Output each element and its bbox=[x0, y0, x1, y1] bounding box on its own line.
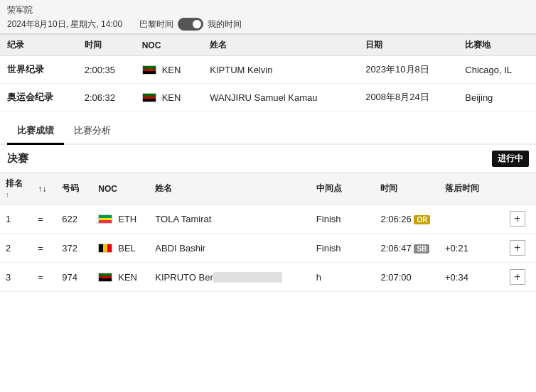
col-change: ↑↓ bbox=[32, 173, 56, 205]
col-rank: 排名 ↑ bbox=[0, 173, 32, 205]
col-bib: 号码 bbox=[56, 173, 92, 205]
results-section-header: 决赛 进行中 bbox=[0, 145, 536, 173]
col-record-date: 日期 bbox=[358, 35, 458, 56]
record-row: 世界纪录 2:00:35 KEN KIPTUM Kelvin 2023年10月8… bbox=[0, 56, 536, 84]
result-name: KIPRUTO Berxxxxxxxxxxxxxxx bbox=[149, 263, 311, 292]
results-table: 排名 ↑ ↑↓ 号码 NOC 姓名 中间点 时间 落后时间 1 = 622 ET… bbox=[0, 173, 536, 292]
result-change: = bbox=[32, 205, 56, 234]
record-name: KIPTUM Kelvin bbox=[203, 56, 358, 84]
result-split: Finish bbox=[311, 205, 375, 234]
result-behind: +0:21 bbox=[439, 234, 504, 263]
record-date: 2008年8月24日 bbox=[358, 84, 458, 111]
result-time: 2:06:47 SB bbox=[375, 234, 439, 263]
ken-flag-icon bbox=[98, 273, 112, 282]
time-toggle-container: 巴黎时间 我的时间 bbox=[139, 18, 242, 31]
live-badge: 进行中 bbox=[492, 151, 529, 167]
result-time: 2:06:26 OR bbox=[375, 205, 439, 234]
result-rank: 3 bbox=[0, 263, 32, 292]
record-type: 奥运会纪录 bbox=[0, 84, 77, 111]
result-expand[interactable]: + bbox=[504, 263, 536, 292]
col-time: 时间 bbox=[375, 173, 439, 205]
result-behind: +0:34 bbox=[439, 263, 504, 292]
eth-flag-icon bbox=[98, 214, 112, 224]
expand-button[interactable]: + bbox=[510, 240, 525, 256]
col-record-type: 纪录 bbox=[0, 35, 77, 56]
result-row: 3 = 974 KEN KIPRUTO Berxxxxxxxxxxxxxxx h… bbox=[0, 263, 536, 292]
records-table: 纪录 时间 NOC 姓名 日期 比赛地 世界纪录 2:00:35 KEN KIP… bbox=[0, 34, 536, 111]
col-behind: 落后时间 bbox=[439, 173, 504, 205]
result-time: 2:07:00 bbox=[375, 263, 439, 292]
or-badge: OR bbox=[414, 215, 430, 224]
tabs-bar: 比赛成绩 比赛分析 bbox=[0, 119, 536, 145]
paris-time-label: 巴黎时间 bbox=[139, 18, 173, 31]
tab-results[interactable]: 比赛成绩 bbox=[7, 119, 64, 145]
result-rank: 2 bbox=[0, 234, 32, 263]
col-record-venue: 比赛地 bbox=[458, 35, 536, 56]
result-bib: 622 bbox=[56, 205, 92, 234]
col-record-noc: NOC bbox=[135, 35, 203, 56]
ken-flag-icon bbox=[142, 65, 156, 75]
record-venue: Beijing bbox=[458, 84, 536, 111]
my-time-label: 我的时间 bbox=[208, 18, 242, 31]
col-record-time: 时间 bbox=[77, 35, 135, 56]
date-info: 2024年8月10日, 星期六, 14:00 bbox=[7, 18, 122, 31]
result-rank: 1 bbox=[0, 205, 32, 234]
result-expand[interactable]: + bbox=[504, 205, 536, 234]
bel-flag-icon bbox=[98, 244, 112, 253]
venue-title: 荣军院 bbox=[7, 4, 529, 16]
header-subline: 2024年8月10日, 星期六, 14:00 巴黎时间 我的时间 bbox=[7, 18, 529, 31]
result-split: h bbox=[311, 263, 375, 292]
col-noc: NOC bbox=[92, 173, 149, 205]
col-name: 姓名 bbox=[149, 173, 311, 205]
result-row: 1 = 622 ETH TOLA Tamirat Finish 2:06:26 … bbox=[0, 205, 536, 234]
record-time: 2:00:35 bbox=[77, 56, 135, 84]
result-name: ABDI Bashir bbox=[149, 234, 311, 263]
result-bib: 974 bbox=[56, 263, 92, 292]
tab-analysis[interactable]: 比赛分析 bbox=[64, 119, 121, 145]
record-noc: KEN bbox=[135, 56, 203, 84]
result-bib: 372 bbox=[56, 234, 92, 263]
result-noc: ETH bbox=[92, 205, 149, 234]
result-noc: KEN bbox=[92, 263, 149, 292]
result-name: TOLA Tamirat bbox=[149, 205, 311, 234]
result-change: = bbox=[32, 263, 56, 292]
record-time: 2:06:32 bbox=[77, 84, 135, 111]
ken-flag-icon bbox=[142, 93, 156, 102]
record-venue: Chicago, IL bbox=[458, 56, 536, 84]
result-row: 2 = 372 BEL ABDI Bashir Finish 2:06:47 S… bbox=[0, 234, 536, 263]
result-noc: BEL bbox=[92, 234, 149, 263]
result-split: Finish bbox=[311, 234, 375, 263]
record-type: 世界纪录 bbox=[0, 56, 77, 84]
result-expand[interactable]: + bbox=[504, 234, 536, 263]
col-split: 中间点 bbox=[311, 173, 375, 205]
expand-button[interactable]: + bbox=[510, 269, 525, 285]
expand-button[interactable]: + bbox=[510, 211, 525, 227]
record-date: 2023年10月8日 bbox=[358, 56, 458, 84]
record-noc: KEN bbox=[135, 84, 203, 111]
results-title: 决赛 bbox=[7, 152, 28, 165]
obscured-text: xxxxxxxxxxxxxxx bbox=[213, 272, 283, 283]
col-action bbox=[504, 173, 536, 205]
col-record-name: 姓名 bbox=[203, 35, 358, 56]
sb-badge: SB bbox=[414, 244, 429, 254]
page-header: 荣军院 2024年8月10日, 星期六, 14:00 巴黎时间 我的时间 bbox=[0, 0, 536, 34]
result-behind bbox=[439, 205, 504, 234]
record-row: 奥运会纪录 2:06:32 KEN WANJIRU Samuel Kamau 2… bbox=[0, 84, 536, 111]
result-change: = bbox=[32, 234, 56, 263]
record-name: WANJIRU Samuel Kamau bbox=[203, 84, 358, 111]
time-toggle[interactable] bbox=[178, 18, 203, 31]
